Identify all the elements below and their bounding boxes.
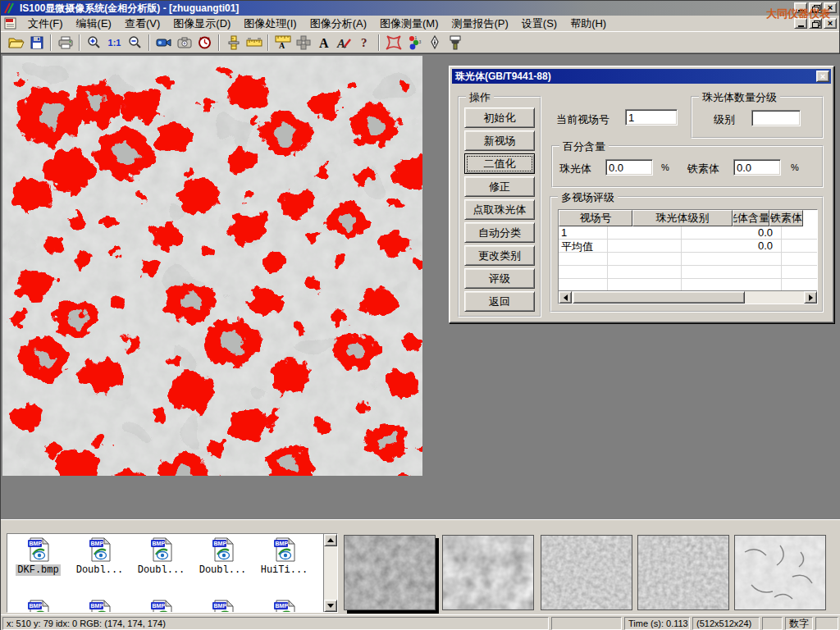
operation-button[interactable]: 更改类别 [464,245,535,266]
scroll-right-icon[interactable] [804,291,817,304]
text-tool-icon[interactable]: A [313,33,334,52]
toolbar-separator [218,34,220,51]
cut-curve-icon[interactable] [383,33,404,52]
operation-button[interactable]: 二值化 [464,153,535,174]
zoom-out-icon[interactable] [125,33,145,52]
help-icon[interactable]: ? [354,33,375,52]
rating-table: 视场号珠光体级别珠光体含量(%)铁素体 1 0.0 [558,209,818,304]
table-header-cell: 视场号 [559,210,632,226]
grade-group-label: 珠光体数量分级 [699,90,780,105]
caliper-icon[interactable] [223,33,244,52]
timer-clock-icon[interactable] [194,33,215,52]
micrograph-image[interactable] [2,56,422,476]
ruler-icon[interactable] [244,33,264,52]
table-header-cell: 珠光体级别 [632,210,733,226]
document-icon[interactable] [4,17,17,30]
table-row[interactable]: 平均值 0.0 [559,240,817,253]
thumbnail-5[interactable] [734,535,826,610]
file-label: DKF.bmp [16,564,60,576]
edit-annotation-icon[interactable]: A [334,33,354,52]
video-camera-icon[interactable] [153,33,174,52]
camera-icon[interactable] [174,33,194,52]
file-label: Doubl... [136,564,187,576]
measure-text-icon[interactable]: A [272,33,293,52]
operation-button[interactable]: 点取珠光体 [464,199,535,220]
file-list-row2 [7,600,319,613]
operation-button[interactable]: 评级 [464,268,535,289]
hscroll-thumb[interactable] [573,291,745,304]
merge-grid-icon[interactable] [293,33,313,52]
table-row[interactable] [559,253,817,266]
thumbnail-2[interactable] [442,535,534,610]
menu-item[interactable]: 图像测量(M) [373,15,445,33]
menu-item[interactable]: 设置(S) [515,15,564,33]
operation-button[interactable]: 自动分类 [464,222,535,243]
classify-points-icon[interactable]: 13 [404,33,424,52]
svg-text:3: 3 [418,39,421,44]
ferrite-percent-input[interactable] [733,159,781,176]
title-bar: IS100显微摄像系统(金相分析版) - [zhuguangti01] × [1,1,839,16]
file-item[interactable] [192,600,253,613]
open-file-icon[interactable] [6,33,26,52]
menu-item[interactable]: 帮助(H) [564,15,613,33]
file-item[interactable]: Doubl... [69,537,130,576]
svg-text:A: A [279,41,285,49]
file-item[interactable]: Doubl... [130,537,192,576]
scroll-up-icon[interactable] [324,534,337,546]
menu-item[interactable]: 查看(V) [118,15,167,33]
menu-item[interactable]: 图像分析(A) [304,15,373,33]
table-row[interactable] [559,266,817,279]
svg-text:?: ? [361,36,368,49]
menu-item[interactable]: 测量报告(P) [445,15,514,33]
operation-button[interactable]: 修正 [464,176,535,197]
file-vscrollbar[interactable] [323,534,337,612]
dialog-title-bar[interactable]: 珠光体(GB/T9441-88) × [452,69,831,84]
multiview-group: 多视场评级 视场号珠光体级别珠光体含量(%)铁素体 1 0.0 [550,196,824,313]
brush-tool-icon[interactable] [445,33,465,52]
file-item[interactable]: HuiTi... [253,537,315,576]
print-icon[interactable] [55,33,75,52]
menu-item[interactable]: 图像处理(I) [237,15,303,33]
table-row[interactable] [559,279,817,290]
thumbnail-4[interactable] [637,535,729,610]
app-window: IS100显微摄像系统(金相分析版) - [zhuguangti01] × 大同… [0,0,840,630]
thumbnail-3[interactable] [541,535,632,610]
toolbar-separator [267,34,269,51]
operation-button[interactable]: 返回 [464,291,535,312]
thumbnail-1[interactable] [344,535,436,610]
menu-item[interactable]: 文件(F) [21,15,70,33]
pen-tool-icon[interactable] [424,33,445,52]
pearlite-percent-input[interactable] [605,159,653,176]
table-hscrollbar[interactable] [559,290,817,304]
multiview-group-label: 多视场评级 [558,190,618,205]
scroll-down-icon[interactable] [324,600,337,612]
file-item[interactable] [253,600,315,613]
status-empty-2 [762,617,783,630]
file-item[interactable]: DKF.bmp [7,537,69,576]
zoom-in-icon[interactable] [84,33,104,52]
operation-button[interactable]: 新视场 [464,130,535,151]
status-image-size: (512x512x24) [692,617,760,630]
file-label: HuiTi... [259,564,310,576]
table-header-cell: 珠光体含量(%) [733,210,769,226]
dialog-close-icon[interactable]: × [816,71,829,82]
file-item[interactable] [69,600,130,613]
operation-button[interactable]: 初始化 [464,107,535,128]
svg-text:A: A [319,36,329,49]
toolbar-separator [50,34,52,51]
pearlite-percent-sign: % [661,162,669,172]
menu-item[interactable]: 图像显示(D) [167,15,237,33]
file-item[interactable] [130,600,192,613]
actual-size-icon[interactable]: 1:1 [104,33,125,52]
file-item[interactable] [7,600,69,613]
menu-items: 文件(F)编辑(E)查看(V)图像显示(D)图像处理(I)图像分析(A)图像测量… [21,15,613,33]
file-item[interactable]: Doubl... [192,537,253,576]
menu-item[interactable]: 编辑(E) [70,15,118,33]
scroll-left-icon[interactable] [559,291,572,304]
table-row[interactable]: 1 0.0 [559,226,817,240]
grade-input[interactable] [751,110,801,126]
current-view-input[interactable] [625,109,678,126]
save-icon[interactable] [26,33,47,52]
toolbar-separator [148,34,150,51]
bottom-panel: DKF.bmp Doubl... Doubl... Doubl. [1,519,840,614]
